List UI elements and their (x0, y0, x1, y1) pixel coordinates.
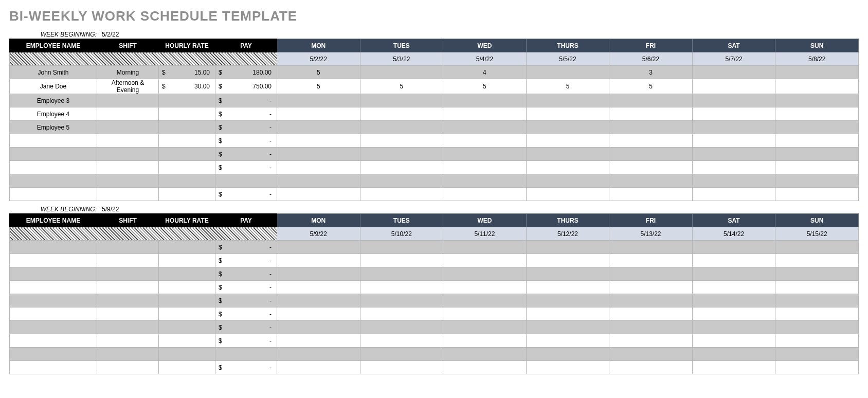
pay-cell[interactable]: $- (215, 267, 277, 281)
employee-cell[interactable] (10, 294, 97, 307)
rate-cell[interactable] (159, 361, 215, 374)
day-cell[interactable] (360, 334, 443, 348)
day-cell[interactable] (360, 361, 443, 374)
day-cell[interactable] (609, 94, 693, 107)
shift-cell[interactable] (97, 188, 159, 201)
day-cell[interactable] (277, 148, 360, 161)
day-cell[interactable] (277, 267, 360, 281)
day-cell[interactable] (360, 294, 443, 307)
pay-cell[interactable]: $- (215, 321, 277, 334)
day-cell[interactable] (609, 148, 693, 161)
shift-cell[interactable] (97, 307, 159, 321)
day-cell[interactable] (775, 307, 859, 321)
pay-cell[interactable]: $750.00 (215, 79, 277, 94)
shift-cell[interactable] (97, 348, 159, 361)
employee-cell[interactable] (10, 267, 97, 281)
day-cell[interactable] (609, 174, 693, 188)
day-cell[interactable] (360, 188, 443, 201)
day-cell[interactable] (609, 321, 693, 334)
rate-cell[interactable] (159, 267, 215, 281)
day-cell[interactable] (775, 94, 859, 107)
day-cell[interactable] (609, 281, 693, 294)
day-cell[interactable] (609, 294, 693, 307)
day-cell[interactable] (443, 307, 527, 321)
day-cell[interactable] (775, 107, 859, 121)
shift-cell[interactable] (97, 334, 159, 348)
day-cell[interactable] (360, 254, 443, 267)
day-cell[interactable] (609, 254, 693, 267)
day-cell[interactable] (443, 107, 527, 121)
shift-cell[interactable] (97, 134, 159, 148)
shift-cell[interactable] (97, 321, 159, 334)
day-cell[interactable] (775, 281, 859, 294)
day-cell[interactable] (775, 361, 859, 374)
day-cell[interactable] (692, 334, 775, 348)
day-cell[interactable] (526, 241, 609, 254)
day-cell[interactable] (775, 174, 859, 188)
employee-cell[interactable] (10, 188, 97, 201)
day-cell[interactable] (360, 307, 443, 321)
rate-cell[interactable] (159, 348, 215, 361)
day-cell[interactable] (692, 321, 775, 334)
day-cell[interactable] (360, 148, 443, 161)
day-cell[interactable] (609, 307, 693, 321)
employee-cell[interactable] (10, 321, 97, 334)
day-cell[interactable] (277, 134, 360, 148)
pay-cell[interactable]: $- (215, 254, 277, 267)
day-cell[interactable] (775, 254, 859, 267)
day-cell[interactable] (692, 94, 775, 107)
day-cell[interactable] (609, 267, 693, 281)
shift-cell[interactable] (97, 294, 159, 307)
day-cell[interactable] (609, 134, 693, 148)
rate-cell[interactable] (159, 161, 215, 174)
day-cell[interactable] (360, 281, 443, 294)
day-cell[interactable] (609, 188, 693, 201)
day-cell[interactable] (526, 148, 609, 161)
day-cell[interactable] (609, 241, 693, 254)
employee-cell[interactable] (10, 307, 97, 321)
rate-cell[interactable] (159, 241, 215, 254)
pay-cell[interactable]: $- (215, 134, 277, 148)
rate-cell[interactable] (159, 188, 215, 201)
day-cell[interactable] (443, 334, 527, 348)
day-cell[interactable] (692, 79, 775, 94)
day-cell[interactable] (775, 148, 859, 161)
employee-cell[interactable] (10, 348, 97, 361)
day-cell[interactable] (360, 348, 443, 361)
shift-cell[interactable] (97, 107, 159, 121)
employee-cell[interactable] (10, 254, 97, 267)
day-cell[interactable] (443, 281, 527, 294)
day-cell[interactable]: 5 (277, 79, 360, 94)
day-cell[interactable] (775, 121, 859, 134)
day-cell[interactable] (443, 174, 527, 188)
day-cell[interactable] (443, 148, 527, 161)
employee-cell[interactable] (10, 241, 97, 254)
shift-cell[interactable] (97, 281, 159, 294)
day-cell[interactable] (526, 107, 609, 121)
day-cell[interactable] (692, 281, 775, 294)
day-cell[interactable] (775, 134, 859, 148)
day-cell[interactable] (692, 66, 775, 79)
pay-cell[interactable]: $- (215, 94, 277, 107)
employee-cell[interactable] (10, 361, 97, 374)
day-cell[interactable] (609, 121, 693, 134)
day-cell[interactable] (360, 161, 443, 174)
day-cell[interactable] (443, 161, 527, 174)
day-cell[interactable] (775, 161, 859, 174)
day-cell[interactable] (277, 321, 360, 334)
pay-cell[interactable]: $- (215, 148, 277, 161)
day-cell[interactable] (360, 94, 443, 107)
day-cell[interactable]: 5 (609, 79, 693, 94)
day-cell[interactable] (277, 254, 360, 267)
day-cell[interactable] (360, 66, 443, 79)
pay-cell[interactable] (215, 348, 277, 361)
rate-cell[interactable]: $15.00 (159, 66, 215, 79)
day-cell[interactable] (692, 254, 775, 267)
day-cell[interactable] (526, 321, 609, 334)
day-cell[interactable] (775, 294, 859, 307)
shift-cell[interactable] (97, 361, 159, 374)
day-cell[interactable] (360, 107, 443, 121)
day-cell[interactable] (443, 254, 527, 267)
day-cell[interactable] (277, 361, 360, 374)
day-cell[interactable] (775, 348, 859, 361)
